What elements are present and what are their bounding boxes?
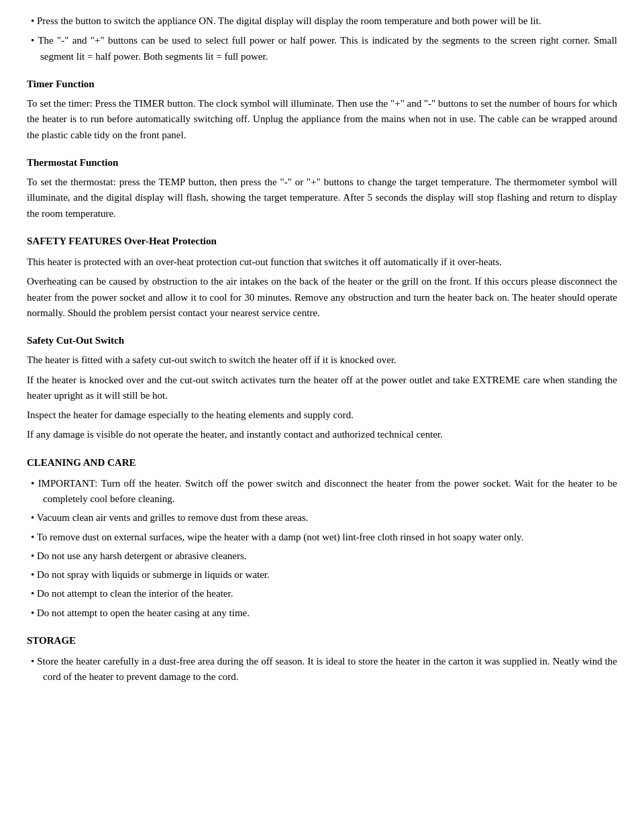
thermostat-heading: Thermostat Function xyxy=(27,155,617,170)
safety-para2: Overheating can be caused by obstruction… xyxy=(27,274,617,321)
cleaning-bullet-7: Do not attempt to open the heater casing… xyxy=(27,605,617,621)
storage-bullet-1: Store the heater carefully in a dust-fre… xyxy=(27,654,617,685)
cutout-para3: Inspect the heater for damage especially… xyxy=(27,407,617,423)
safety-para1: This heater is protected with an over-he… xyxy=(27,254,617,270)
timer-heading: Timer Function xyxy=(27,77,617,92)
cutout-para2: If the heater is knocked over and the cu… xyxy=(27,373,617,404)
cleaning-bullet-5: Do not spray with liquids or submerge in… xyxy=(27,567,617,583)
cleaning-bullet-3: To remove dust on external surfaces, wip… xyxy=(27,530,617,545)
storage-section: STORAGE Store the heater carefully in a … xyxy=(27,633,617,685)
cleaning-bullet-6: Do not attempt to clean the interior of … xyxy=(27,586,617,601)
cleaning-bullet-4: Do not use any harsh detergent or abrasi… xyxy=(27,548,617,564)
cutout-para4: If any damage is visible do not operate … xyxy=(27,427,617,442)
storage-heading: STORAGE xyxy=(27,633,617,648)
cutout-para1: The heater is fitted with a safety cut-o… xyxy=(27,352,617,368)
cleaning-heading: CLEANING AND CARE xyxy=(27,455,617,471)
cleaning-bullet-1: IMPORTANT: Turn off the heater. Switch o… xyxy=(27,476,617,507)
thermostat-section: Thermostat Function To set the thermosta… xyxy=(27,155,617,222)
safety-section: SAFETY FEATURES Over-Heat Protection Thi… xyxy=(27,234,617,321)
intro-bullet-2: The "-" and "+" buttons can be used to s… xyxy=(27,33,617,64)
cleaning-section: CLEANING AND CARE IMPORTANT: Turn off th… xyxy=(27,455,617,621)
cutout-section: Safety Cut-Out Switch The heater is fitt… xyxy=(27,333,617,443)
safety-heading: SAFETY FEATURES Over-Heat Protection xyxy=(27,234,617,249)
cutout-heading: Safety Cut-Out Switch xyxy=(27,333,617,348)
timer-section: Timer Function To set the timer: Press t… xyxy=(27,77,617,143)
cleaning-bullet-2: Vacuum clean air vents and grilles to re… xyxy=(27,510,617,526)
thermostat-para1: To set the thermostat: press the TEMP bu… xyxy=(27,175,617,222)
intro-bullet-1: Press the button to switch the appliance… xyxy=(27,13,617,29)
timer-para1: To set the timer: Press the TIMER button… xyxy=(27,96,617,143)
